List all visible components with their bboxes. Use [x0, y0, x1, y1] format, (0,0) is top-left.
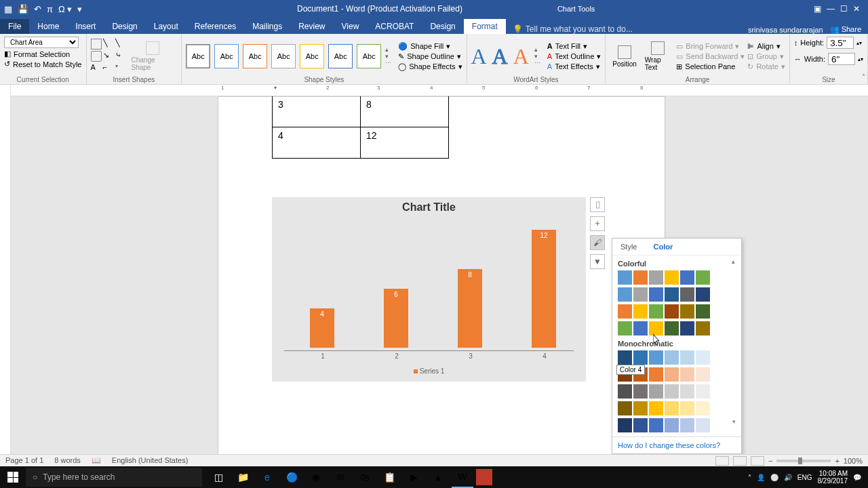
color-swatch[interactable] [618, 304, 632, 319]
flyout-tab-color[interactable]: Color [645, 239, 681, 255]
color-swatch[interactable] [649, 401, 663, 415]
color-swatch[interactable] [696, 350, 710, 365]
shape-fill-button[interactable]: 🔵 Shape Fill ▾ [398, 42, 462, 51]
chart-elements-button[interactable]: + [590, 216, 605, 231]
color-swatch[interactable] [649, 287, 663, 302]
tab-design[interactable]: Design [104, 19, 145, 34]
tab-chart-format[interactable]: Format [464, 19, 506, 34]
color-swatch[interactable] [680, 270, 694, 285]
color-swatch[interactable] [696, 304, 710, 319]
tray-notifications-icon[interactable]: 💬 [853, 474, 861, 481]
chart-element-dropdown[interactable]: Chart Area [4, 37, 79, 48]
shape-line-icon[interactable]: ╲ [103, 39, 114, 49]
chart-filters-button[interactable]: ▼ [590, 254, 605, 269]
color-swatch[interactable] [680, 367, 694, 382]
tell-me-search[interactable]: 💡 Tell me what you want to do... [506, 24, 748, 34]
tab-file[interactable]: File [0, 19, 29, 34]
save-icon[interactable]: 💾 [18, 4, 28, 14]
color-swatch[interactable] [649, 367, 663, 382]
selection-pane-button[interactable]: ⊞ Selection Pane [676, 62, 745, 71]
word-taskbar-icon[interactable]: 📋 [378, 466, 400, 488]
tab-acrobat[interactable]: ACROBAT [367, 19, 422, 34]
chart-title[interactable]: Chart Title [272, 197, 586, 214]
mail-icon[interactable]: ✉ [330, 466, 351, 488]
file-explorer-icon[interactable]: 📁 [232, 466, 254, 488]
color-swatch[interactable] [696, 270, 710, 285]
color-swatch[interactable] [680, 384, 694, 399]
status-words[interactable]: 8 words [54, 456, 81, 465]
share-button[interactable]: 👥 Share [830, 25, 861, 34]
app2-icon[interactable]: ▲ [427, 466, 449, 488]
customize-icon[interactable]: Ω ▾ [58, 4, 72, 14]
shape-gallery-more-icon[interactable]: ▾ [115, 63, 126, 74]
color-swatch[interactable] [618, 418, 632, 432]
color-swatch[interactable] [665, 304, 679, 319]
edge-icon[interactable]: e [256, 466, 278, 488]
color-swatch[interactable] [649, 418, 663, 432]
tray-people-icon[interactable]: 👤 [757, 474, 765, 481]
text-fill-button[interactable]: A Text Fill ▾ [547, 42, 601, 51]
shape-effects-button[interactable]: ◯ Shape Effects ▾ [398, 62, 462, 71]
flyout-scroll-up-icon[interactable]: ▴ [732, 258, 740, 265]
color-swatch[interactable] [665, 321, 679, 336]
color-swatch[interactable] [618, 321, 632, 336]
color-swatch[interactable] [680, 350, 694, 365]
color-swatch[interactable] [633, 384, 648, 399]
color-swatch[interactable] [665, 367, 679, 382]
color-swatch[interactable] [696, 367, 710, 382]
color-swatch[interactable] [649, 350, 663, 365]
color-swatch[interactable] [649, 384, 663, 399]
shape-style-more-icon[interactable]: ▴▾⋯ [385, 44, 391, 68]
color-swatch[interactable] [618, 401, 632, 415]
color-swatch[interactable] [680, 287, 694, 302]
zoom-in-button[interactable]: + [835, 457, 839, 465]
tab-insert[interactable]: Insert [67, 19, 104, 34]
color-swatch[interactable] [665, 401, 679, 415]
color-swatch[interactable] [696, 321, 710, 336]
color-swatch[interactable] [665, 270, 679, 285]
taskbar-search[interactable]: ○ Type here to search [26, 468, 202, 487]
tab-home[interactable]: Home [29, 19, 67, 34]
app3-icon[interactable] [476, 469, 492, 485]
shape-style-1[interactable]: Abc [186, 44, 210, 68]
color-swatch[interactable] [633, 418, 648, 432]
send-backward-button[interactable]: ▭ Send Backward ▾ [676, 52, 745, 61]
format-selection-button[interactable]: ◧ Format Selection [4, 49, 70, 58]
wordart-style-3[interactable]: A [513, 44, 529, 69]
wordart-style-2[interactable]: A [492, 44, 508, 69]
change-shape-button[interactable]: Change Shape [129, 40, 178, 73]
flyout-tab-style[interactable]: Style [612, 239, 645, 255]
word-running-icon[interactable]: W [452, 466, 473, 488]
reset-match-button[interactable]: ↺ Reset to Match Style [4, 60, 82, 68]
bring-forward-button[interactable]: ▭ Bring Forward ▾ [676, 42, 745, 51]
color-swatch[interactable] [665, 384, 679, 399]
tab-view[interactable]: View [334, 19, 368, 34]
zoom-out-button[interactable]: − [768, 457, 772, 465]
wordart-style-1[interactable]: A [471, 44, 487, 69]
shape-style-4[interactable]: Abc [271, 44, 296, 68]
collapse-ribbon-icon[interactable]: ˄ [862, 73, 865, 81]
minimize-icon[interactable]: — [827, 4, 835, 14]
color-swatch[interactable] [633, 401, 648, 415]
store-icon[interactable]: 🛍 [354, 466, 376, 488]
color-swatch[interactable] [633, 287, 648, 302]
color-swatch[interactable] [665, 350, 679, 365]
color-swatch[interactable] [680, 418, 694, 432]
group-button[interactable]: ⊡ Group ▾ [747, 52, 785, 61]
text-outline-button[interactable]: A Text Outline ▾ [547, 52, 601, 61]
read-mode-button[interactable] [715, 456, 729, 466]
layout-options-button[interactable]: ⌷ [590, 197, 605, 212]
shape-style-7[interactable]: Abc [357, 44, 381, 68]
close-icon[interactable]: ✕ [853, 4, 860, 14]
video-icon[interactable]: ▶ [403, 466, 425, 488]
tray-up-icon[interactable]: ˄ [748, 474, 751, 481]
rotate-button[interactable]: ↻ Rotate ▾ [747, 62, 785, 71]
height-field[interactable]: ↕ Height: ▴▾ [794, 37, 862, 49]
color-swatch[interactable] [633, 270, 648, 285]
shape-style-5[interactable]: Abc [300, 44, 324, 68]
tab-references[interactable]: References [186, 19, 244, 34]
color-swatch[interactable] [696, 401, 710, 415]
shape-style-2[interactable]: Abc [214, 44, 239, 68]
color-swatch[interactable] [680, 401, 694, 415]
chart-legend[interactable]: Series 1 [272, 367, 586, 375]
